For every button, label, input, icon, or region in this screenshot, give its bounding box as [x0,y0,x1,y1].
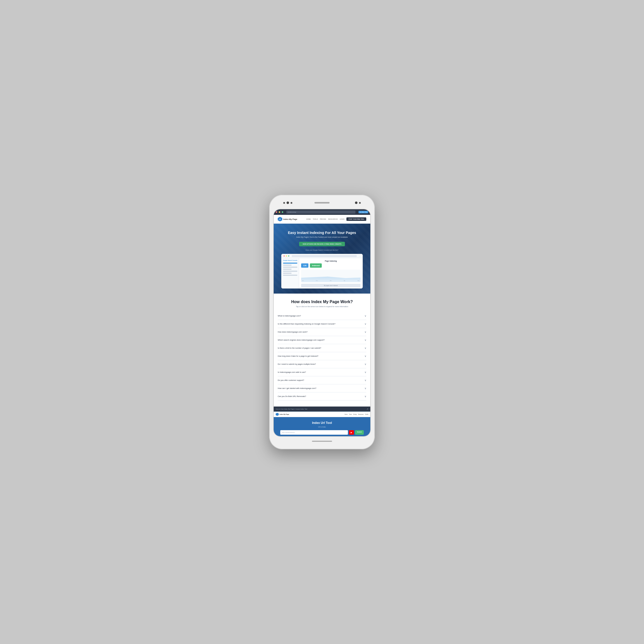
index-url-subtitle: Url to Index [278,426,366,428]
sidebar-item-5 [283,271,297,272]
faq-item-7[interactable]: Do I need to submit my pages multiple ti… [278,360,366,368]
faq-chevron-3: ∨ [365,331,366,333]
browser-bar: pixelmockup Aa Open Tab [274,209,370,215]
camera-lens [287,202,289,204]
embedded-logo: Index My Page [276,413,289,416]
faq-item-6[interactable]: How long does it take for a page to get … [278,352,366,360]
screen: pixelmockup Aa Open Tab </> Index My Pag… [273,209,371,437]
index-tool-content: Index Url Tool Url to Index https://pixe… [274,417,370,436]
nav-cta-button[interactable]: START YOUR FREE TRIAL [346,217,366,221]
embedded-nav-tools: Tools [349,414,352,415]
youtube-play-button[interactable]: ▶ [349,430,354,435]
url-input-row: https://pixelmarketup... ▶ Submit [280,430,364,435]
front-camera [355,202,357,204]
embedded-nav-pricing: Pricing [353,414,357,415]
browser-close[interactable] [276,211,277,213]
hero-title: Easy Instant Indexing For All Your Pages [279,231,365,235]
device-bottom [273,439,371,443]
sidebar-item-2 [283,265,292,266]
faq-chevron-10: ∨ [365,387,366,390]
camera-right [355,202,361,204]
sidebar-item-7 [283,275,297,276]
browser-maximize[interactable] [282,211,283,213]
faq-section: How does Index My Page Work? Tap or clic… [274,294,370,407]
faq-item-10[interactable]: How can I get started with indexmypage.c… [278,384,366,392]
nav-pricing[interactable]: PRICING [320,218,326,220]
nav-links: HOME TOOLS PRICING RESOURCES LOGIN START… [306,217,366,221]
console-actions: ⋯ [359,255,360,257]
console-header: ⋯ [281,254,363,258]
browser-open-tab[interactable]: Aa Open Tab [358,211,368,213]
faq-chevron-9: ∨ [365,379,366,382]
home-indicator [312,441,332,442]
faq-chevron-5: ∨ [365,347,366,349]
faq-question-11: Can you Do Bulk URL Removals? [278,395,306,397]
index-url-title: Index Url Tool [278,421,366,425]
chart-area: Jan Feb Mar Apr May [301,270,360,282]
faq-item-5[interactable]: Is there a limit to the number of pages … [278,344,366,352]
video-share-icon[interactable]: ↗ [367,408,368,410]
video-top-bar: How to Use Index My Page's Instant Index… [274,407,370,412]
faq-item-4[interactable]: Which search engines does indexmypage.co… [278,336,366,344]
embedded-nav: Index My Page Home Tools Pricing Resourc… [274,412,370,417]
hero-question: Does your Google Search Console look lik… [279,249,365,251]
console-dot-yellow [286,255,287,257]
faq-item-9[interactable]: Do you offer customer support? ∨ [278,376,366,384]
hero-cta-button[interactable]: SIGN UP NOW AND RECEIVE 3 FREE INDEX CRE… [299,242,345,246]
console-dot-red [284,255,285,257]
faq-chevron-4: ∨ [365,339,366,341]
device-frame: pixelmockup Aa Open Tab </> Index My Pag… [269,195,375,449]
logo-text: Index My Page [283,218,297,220]
faq-chevron-7: ∨ [365,363,366,366]
url-input-field[interactable]: https://pixelmarketup... [280,430,348,435]
embedded-logo-text: Index My Page [279,414,289,415]
faq-item-11[interactable]: Can you Do Bulk URL Removals? ∨ [278,392,366,400]
faq-question-7: Do I need to submit my pages multiple ti… [278,363,316,365]
embedded-nav-home: Home [344,414,347,415]
embedded-nav-profile: Profile [365,414,368,415]
faq-item-1[interactable]: What is indexmypage.com? ∨ [278,312,366,320]
sidebar-item-4 [283,269,292,270]
not-indexed-bar: My pages aren't Indexed [301,284,360,287]
faq-question-3: How does indexmypage.com work? [278,331,307,333]
faq-question-5: Is there a limit to the number of pages … [278,347,321,349]
console-body: Google Search Console Page Indexing [281,258,363,288]
browser-url-bar[interactable]: pixelmockup [286,211,355,214]
faq-item-2[interactable]: Is this different than requesting Indexi… [278,320,366,328]
nav-home[interactable]: HOME [306,218,311,220]
nav-tools[interactable]: TOOLS [313,218,318,220]
faq-chevron-2: ∨ [365,323,366,325]
logo-icon: </> [278,217,282,221]
console-url-bar [292,255,357,257]
faq-chevron-11: ∨ [365,395,366,398]
stats-row: 136 Indexed [301,263,360,268]
nav-logo: </> Index My Page [278,217,297,221]
nav-login[interactable]: LOGIN [340,218,344,220]
sensor-dot [359,202,361,204]
faq-question-10: How can I get started with indexmypage.c… [278,387,316,389]
browser-minimize[interactable] [279,211,280,213]
url-placeholder: https://pixelmarketup... [282,432,296,433]
nav-resources[interactable]: RESOURCES [328,218,338,220]
website-content[interactable]: </> Index My Page HOME TOOLS PRICING RES… [274,215,370,436]
camera-left [283,202,292,204]
stat-indexed: Indexed [310,263,321,268]
faq-question-6: How long does it take for a page to get … [278,355,318,357]
faq-item-8[interactable]: Is Indexmypage.com safe to use? ∨ [278,368,366,376]
faq-question-9: Do you offer customer support? [278,379,304,381]
video-title: How to Use Index My Page's Instant Index… [276,408,307,410]
sidebar-label: Google Search Console [283,260,297,261]
console-main: Page Indexing 136 Indexed Jan Feb M [299,258,363,288]
submit-button[interactable]: Submit [355,430,364,435]
speaker-grille [314,202,330,204]
sidebar-item-6 [283,273,292,274]
page-indexing-title: Page Indexing [301,260,360,262]
embedded-nav-links: Home Tools Pricing Resources Profile [344,414,368,415]
faq-item-3[interactable]: How does indexmypage.com work? ∨ [278,328,366,336]
hero-section: Easy Instant Indexing For All Your Pages… [274,224,370,294]
navbar: </> Index My Page HOME TOOLS PRICING RES… [274,215,370,224]
faq-subtitle: Tap or click on the arrow icon below to … [278,306,366,307]
console-screenshot: ⋯ Google Search Console [281,254,363,289]
embedded-browser: Index My Page Home Tools Pricing Resourc… [274,412,370,436]
embedded-nav-resources: Resources [358,414,364,415]
